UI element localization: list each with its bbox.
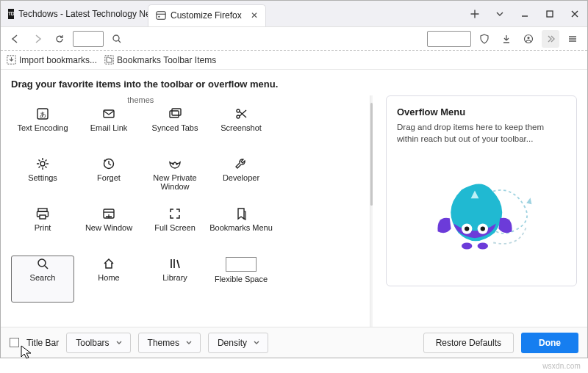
url-input[interactable] xyxy=(73,31,104,47)
overflow-desc: Drag and drop items here to keep them wi… xyxy=(397,122,566,145)
print-icon xyxy=(36,207,49,220)
nav-toolbar xyxy=(1,27,587,51)
fullscreen-icon xyxy=(168,207,182,220)
toolbars-label: Toolbars xyxy=(76,338,109,348)
svg-point-1 xyxy=(158,16,159,18)
palette-item-print[interactable]: Print xyxy=(11,206,74,253)
back-button[interactable] xyxy=(7,30,24,48)
window-icon xyxy=(102,207,115,220)
svg-point-3 xyxy=(113,35,119,41)
palette-scrollbar-track[interactable] xyxy=(370,95,373,327)
toolbar-slot[interactable] xyxy=(427,31,471,47)
tab-strip: TD Techdows - Latest Technology News ✕ C… xyxy=(1,1,587,27)
scissors-icon xyxy=(234,107,248,120)
palette-item-bookmarks-menu[interactable]: Bookmarks Menu xyxy=(209,206,273,253)
toolbars-dropdown[interactable]: Toolbars xyxy=(66,333,130,353)
svg-rect-2 xyxy=(547,11,553,17)
forget-icon xyxy=(102,157,115,170)
palette-item-label: Full Screen xyxy=(154,223,196,232)
density-label: Density xyxy=(218,338,247,348)
tab-techdows[interactable]: TD Techdows - Latest Technology News ✕ xyxy=(1,3,148,25)
customize-content: Drag your favorite items into the toolba… xyxy=(1,70,587,327)
titlebar-checkbox[interactable] xyxy=(10,338,19,347)
palette-item-search[interactable]: Search xyxy=(11,256,74,303)
palette-item-label: Home xyxy=(98,273,119,282)
favicon-customize xyxy=(156,10,166,21)
customize-footer: Title Bar Toolbars Themes Density Restor… xyxy=(1,327,587,358)
import-bookmarks-button[interactable]: Import bookmarks... xyxy=(7,55,97,65)
item-palette[interactable]: Text EncodingEmail LinkSynced TabsScreen… xyxy=(11,106,356,303)
palette-item-synced-tabs[interactable]: Synced Tabs xyxy=(143,106,207,153)
search-icon[interactable] xyxy=(108,30,126,48)
titlebar-label: Title Bar xyxy=(26,338,59,348)
palette-item-label: Flexible Space xyxy=(215,275,268,283)
restore-defaults-button[interactable]: Restore Defaults xyxy=(423,333,514,353)
palette-item-developer[interactable]: Developer xyxy=(209,156,273,203)
restore-defaults-label: Restore Defaults xyxy=(436,338,501,348)
bookmarks-toolbar: Import bookmarks... Bookmarks Toolbar It… xyxy=(1,51,587,70)
palette-item-library[interactable]: Library xyxy=(143,256,207,303)
mask-icon xyxy=(168,157,182,170)
favicon-techdows: TD xyxy=(8,9,14,19)
palette-item-full-screen[interactable]: Full Screen xyxy=(143,206,207,253)
palette-item-forget[interactable]: Forget xyxy=(77,156,140,203)
palette-scrollbar-thumb[interactable] xyxy=(370,103,373,206)
chevron-down-icon xyxy=(185,339,193,347)
tab-label: Techdows - Latest Technology News xyxy=(18,9,148,19)
overflow-illustration xyxy=(397,149,566,277)
tabs-icon xyxy=(168,107,182,120)
svg-point-12 xyxy=(462,243,472,250)
window-close-button[interactable] xyxy=(562,3,587,25)
palette-item-label: Library xyxy=(162,273,187,282)
palette-item-home[interactable]: Home xyxy=(77,256,140,303)
palette-item-label: Search xyxy=(30,273,56,282)
gear-icon xyxy=(36,157,49,170)
new-tab-button[interactable] xyxy=(462,3,487,25)
palette-item-text-encoding[interactable]: Text Encoding xyxy=(11,106,74,153)
shield-icon[interactable] xyxy=(476,30,493,48)
palette-header-row: themes xyxy=(11,95,356,104)
svg-point-13 xyxy=(478,243,488,250)
palette-item-label: Forget xyxy=(97,173,121,182)
overflow-title: Overflow Menu xyxy=(397,106,566,117)
app-menu-button[interactable] xyxy=(564,30,581,48)
done-label: Done xyxy=(539,338,561,348)
palette-item-label: New Window xyxy=(85,223,132,232)
downloads-icon[interactable] xyxy=(498,30,515,48)
density-dropdown[interactable]: Density xyxy=(208,333,268,353)
window-maximize-button[interactable] xyxy=(537,3,562,25)
palette-wrap: themes Text EncodingEmail LinkSynced Tab… xyxy=(11,95,356,327)
reload-button[interactable] xyxy=(51,30,68,48)
bookmarks-icon xyxy=(234,207,248,220)
palette-item-label: Developer xyxy=(223,173,259,182)
close-icon[interactable]: ✕ xyxy=(251,10,258,21)
palette-item-screenshot[interactable]: Screenshot xyxy=(209,106,273,153)
palette-item-label: Text Encoding xyxy=(17,123,68,132)
encoding-icon xyxy=(36,107,49,120)
palette-item-email-link[interactable]: Email Link xyxy=(77,106,140,153)
list-all-tabs-button[interactable] xyxy=(487,3,512,25)
overflow-panel[interactable]: Overflow Menu Drag and drop items here t… xyxy=(386,95,577,286)
tab-customize[interactable]: Customize Firefox ✕ xyxy=(148,4,266,26)
palette-item-label: Print xyxy=(35,223,51,232)
content-body: themes Text EncodingEmail LinkSynced Tab… xyxy=(11,95,577,327)
overflow-chevron-button[interactable] xyxy=(542,30,559,48)
palette-item-flexible-space[interactable]: Flexible Space xyxy=(209,256,273,303)
done-button[interactable]: Done xyxy=(521,333,578,353)
themes-hint: themes xyxy=(98,95,184,104)
tab-label: Customize Firefox xyxy=(171,10,242,21)
palette-item-new-window[interactable]: New Window xyxy=(77,206,140,253)
bookmarks-toolbar-label: Bookmarks Toolbar Items xyxy=(117,55,216,65)
wrench-icon xyxy=(234,157,248,170)
bookmarks-toolbar-folder[interactable]: Bookmarks Toolbar Items xyxy=(104,55,216,65)
palette-item-label: Screenshot xyxy=(220,123,262,132)
palette-item-label: Synced Tabs xyxy=(152,123,198,132)
account-icon[interactable] xyxy=(520,30,537,48)
palette-item-label: New Private Window xyxy=(143,173,207,191)
mail-icon xyxy=(102,107,115,120)
palette-item-settings[interactable]: Settings xyxy=(11,156,74,203)
themes-dropdown[interactable]: Themes xyxy=(138,333,201,353)
window-minimize-button[interactable] xyxy=(512,3,537,25)
forward-button[interactable] xyxy=(29,30,46,48)
palette-item-new-private-window[interactable]: New Private Window xyxy=(143,156,207,203)
